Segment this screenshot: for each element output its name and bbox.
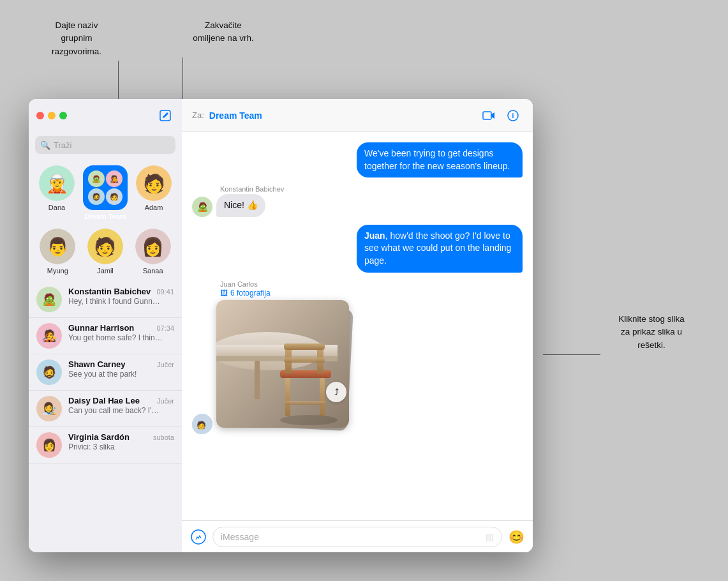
pinned-item-adam[interactable]: 🧑 Adam: [132, 165, 175, 221]
conv-item-shawn[interactable]: 🧔 Shawn Carney Jučer See you at the park…: [29, 354, 182, 391]
photo-count-label: 🖼 6 fotografija: [220, 289, 271, 298]
conv-name-shawn: Shawn Carney: [68, 359, 126, 369]
annotation-photo-stack: Kliknite stog slika za prikaz slika u re…: [600, 313, 702, 352]
bubble-received-konstantin: Nice! 👍: [216, 194, 265, 217]
conv-avatar-gunnar: 🧑‍🎤: [36, 323, 62, 349]
conv-item-gunnar[interactable]: 🧑‍🎤 Gunnar Harrison 07:34 You get home s…: [29, 318, 182, 354]
svg-rect-1: [483, 112, 491, 119]
photo-front[interactable]: [216, 300, 349, 428]
pinned-row-2: 👨 Myung 🧑 Jamil 👩 Sanaa: [34, 225, 177, 279]
conv-avatar-daisy: 👩‍🎨: [36, 396, 62, 421]
conv-preview-shawn: See you at the park!: [68, 370, 163, 380]
bubble-sent-2: Juan, how'd the shoot go? I'd love to se…: [357, 225, 523, 273]
chair-illustration: [216, 300, 349, 428]
appstore-button[interactable]: [189, 528, 207, 546]
svg-rect-14: [285, 378, 290, 416]
pinned-item-dana[interactable]: 🧝 Dana: [35, 165, 78, 221]
conv-name-konstantin: Konstantin Babichev: [68, 287, 151, 296]
pinned-row-1: 🧝 Dana 🧟 🧑‍🎤 🧔 🧑: [34, 162, 177, 225]
messages-area: We've been trying to get designs togethe…: [182, 132, 533, 520]
msg-sender-konstantin: Konstantin Babichev: [220, 185, 284, 193]
conv-avatar-shawn: 🧔: [36, 359, 62, 385]
svg-point-18: [191, 530, 205, 544]
contact-name-jamil: Jamil: [97, 267, 114, 275]
conv-content-shawn: Shawn Carney Jučer See you at the park!: [68, 359, 174, 380]
chat-to-name: Dream Team: [209, 110, 474, 121]
photo-message-group: 🧑: [192, 300, 357, 434]
outer-wrapper: Dajte naziv grupnim razgovorima. Zakvači…: [0, 0, 728, 581]
svg-rect-13: [284, 358, 325, 363]
conv-name-daisy: Daisy Dal Hae Lee: [68, 396, 140, 405]
contact-name-myung: Myung: [47, 267, 68, 275]
message-sent-1: We've been trying to get designs togethe…: [192, 142, 523, 177]
search-icon: 🔍: [40, 140, 50, 150]
chat-to-label: Za:: [192, 110, 204, 120]
conv-time-shawn: Jučer: [157, 361, 174, 368]
sidebar: 🔍 Traži 🧝 Dana: [29, 99, 182, 552]
photo-share-button[interactable]: ⤴: [326, 382, 346, 402]
msg-avatar-konstantin: 🧟: [192, 197, 212, 217]
chat-titlebar: Za: Dream Team i: [182, 99, 533, 132]
search-placeholder: Traži: [54, 140, 71, 150]
conv-name-virginia: Virginia Sardón: [68, 432, 130, 442]
photo-stack[interactable]: ⤴: [216, 300, 357, 434]
message-received-konstantin: Konstantin Babichev 🧟 Nice! 👍: [192, 185, 523, 217]
chat-area: Za: Dream Team i: [182, 99, 533, 552]
conv-item-daisy[interactable]: 👩‍🎨 Daisy Dal Hae Lee Jučer Can you call…: [29, 391, 182, 427]
sidebar-titlebar: [29, 99, 182, 132]
svg-rect-15: [320, 378, 325, 416]
conv-content-virginia: Virginia Sardón subota Privici: 3 slika: [68, 432, 174, 453]
traffic-light-yellow[interactable]: [48, 112, 56, 119]
traffic-light-green[interactable]: [59, 112, 67, 119]
conv-time-virginia: subota: [153, 434, 174, 441]
conv-name-gunnar: Gunnar Harrison: [68, 323, 134, 333]
emoji-button[interactable]: 😊: [507, 528, 525, 546]
conv-item-virginia[interactable]: 👩 Virginia Sardón subota Privici: 3 slik…: [29, 427, 182, 464]
conv-avatar-konstantin: 🧟: [36, 287, 62, 312]
pinned-item-myung[interactable]: 👨 Myung: [36, 229, 79, 275]
message-group-konstantin: 🧟 Nice! 👍: [192, 194, 265, 217]
conv-content-gunnar: Gunnar Harrison 07:34 You get home safe?…: [68, 323, 174, 343]
search-bar[interactable]: 🔍 Traži: [35, 136, 175, 154]
svg-rect-16: [285, 401, 325, 405]
conversation-list: 🧟 Konstantin Babichev 09:41 Hey, I think…: [29, 282, 182, 552]
input-bar: iMessage |||| 😊: [182, 520, 533, 552]
annotation-line-3: [543, 354, 600, 355]
conv-preview-virginia: Privici: 3 slika: [68, 442, 163, 453]
video-call-button[interactable]: [479, 106, 498, 125]
conv-time-daisy: Jučer: [157, 397, 174, 405]
conv-preview-konstantin: Hey, I think I found Gunnar's wallet. It…: [68, 297, 163, 307]
conv-time-konstantin: 09:41: [156, 288, 174, 296]
contact-name-dana: Dana: [48, 204, 65, 212]
message-photos-juan: Juan Carlos 🖼 6 fotografija 🧑: [192, 280, 523, 434]
message-sent-2: Juan, how'd the shoot go? I'd love to se…: [192, 225, 523, 273]
bubble-sent-1: We've been trying to get designs togethe…: [357, 142, 523, 177]
compose-button[interactable]: [156, 107, 174, 124]
audio-waveform-icon: ||||: [486, 532, 494, 541]
conv-avatar-virginia: 👩: [36, 432, 62, 458]
svg-rect-12: [284, 343, 325, 350]
conv-content-konstantin: Konstantin Babichev 09:41 Hey, I think I…: [68, 287, 174, 307]
pinned-item-dream-team[interactable]: 🧟 🧑‍🎤 🧔 🧑 Dream Team: [81, 165, 130, 221]
msg-sender-juan: Juan Carlos: [220, 280, 258, 288]
traffic-light-red[interactable]: [36, 112, 44, 119]
app-window: 🔍 Traži 🧝 Dana: [29, 99, 533, 552]
conv-time-gunnar: 07:34: [156, 324, 174, 332]
conv-preview-daisy: Can you call me back? I'd love to hear m…: [68, 406, 163, 416]
pinned-item-jamil[interactable]: 🧑 Jamil: [84, 229, 127, 275]
traffic-lights: [36, 112, 67, 119]
annotation-group-name: Dajte naziv grupnim razgovorima.: [32, 19, 121, 58]
annotation-pin: Zakvačite omiljene na vrh.: [179, 19, 268, 45]
svg-text:i: i: [512, 112, 514, 119]
pinned-item-sanaa[interactable]: 👩 Sanaa: [131, 229, 175, 275]
conv-item-konstantin[interactable]: 🧟 Konstantin Babichev 09:41 Hey, I think…: [29, 282, 182, 318]
conv-preview-gunnar: You get home safe? I think I lost my wal…: [68, 333, 163, 343]
small-avatar-bottom: 🧑: [192, 416, 210, 434]
svg-point-17: [280, 415, 338, 425]
svg-rect-8: [255, 361, 260, 399]
pinned-section: 🧝 Dana 🧟 🧑‍🎤 🧔 🧑: [29, 159, 182, 282]
contact-name-sanaa: Sanaa: [143, 267, 163, 275]
message-input[interactable]: iMessage ||||: [212, 527, 502, 547]
contact-name-adam: Adam: [145, 204, 163, 212]
info-button[interactable]: i: [503, 106, 523, 125]
